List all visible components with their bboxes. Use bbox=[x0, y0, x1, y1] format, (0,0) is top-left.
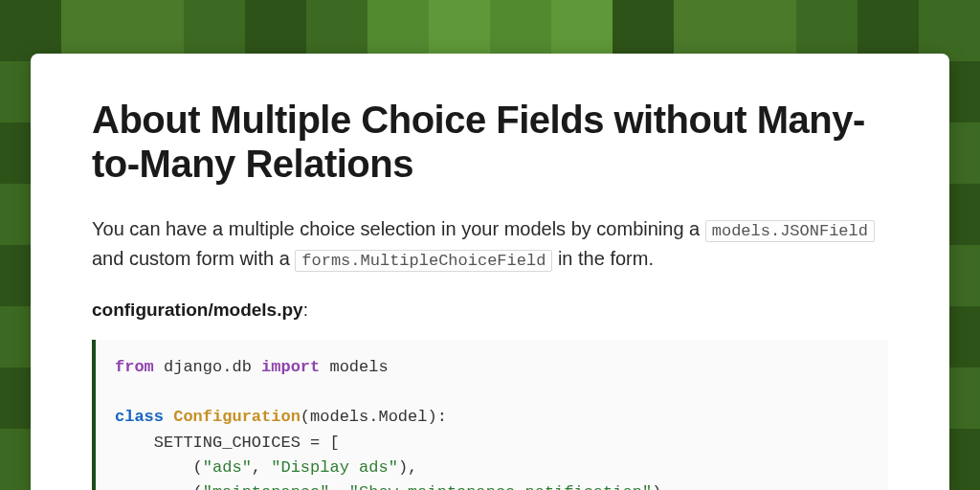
filename-text: configuration/models.py bbox=[92, 300, 303, 320]
code-block: from django.db import models class Confi… bbox=[92, 340, 888, 490]
choice2-sep: , bbox=[329, 483, 348, 490]
intro-paragraph: You can have a multiple choice selection… bbox=[92, 214, 888, 275]
choice2-open: ( bbox=[115, 483, 203, 490]
choice1-open: ( bbox=[115, 458, 203, 477]
choice2-val: "Show maintenance notification" bbox=[349, 483, 652, 490]
intro-text-2: and custom form with a bbox=[92, 248, 295, 269]
kw-import: import bbox=[261, 358, 320, 376]
inline-code-jsonfield: models.JSONField bbox=[705, 220, 875, 242]
article-title: About Multiple Choice Fields without Man… bbox=[92, 98, 888, 186]
class-name: Configuration bbox=[173, 408, 301, 426]
intro-text-1: You can have a multiple choice selection… bbox=[92, 218, 705, 239]
choice2-key: "maintenance" bbox=[203, 483, 330, 490]
code-mod1: django.db bbox=[154, 358, 261, 376]
kw-from: from bbox=[115, 358, 154, 376]
code-mod2: models bbox=[320, 358, 388, 376]
inline-code-multiplechoicefield: forms.MultipleChoiceField bbox=[295, 250, 552, 272]
choice1-close: ), bbox=[398, 458, 417, 477]
intro-text-3: in the form. bbox=[552, 248, 654, 269]
choice2-close: ), bbox=[652, 483, 671, 490]
filename-colon: : bbox=[303, 300, 308, 320]
article-card: About Multiple Choice Fields without Man… bbox=[31, 54, 949, 490]
code-filename: configuration/models.py: bbox=[92, 300, 888, 321]
choice1-val: "Display ads" bbox=[271, 458, 398, 477]
choice1-key: "ads" bbox=[203, 458, 252, 477]
class-base: (models.Model): bbox=[301, 408, 447, 426]
kw-class: class bbox=[115, 408, 164, 426]
setting-choices-line: SETTING_CHOICES = [ bbox=[115, 434, 340, 452]
choice1-sep: , bbox=[252, 458, 271, 477]
